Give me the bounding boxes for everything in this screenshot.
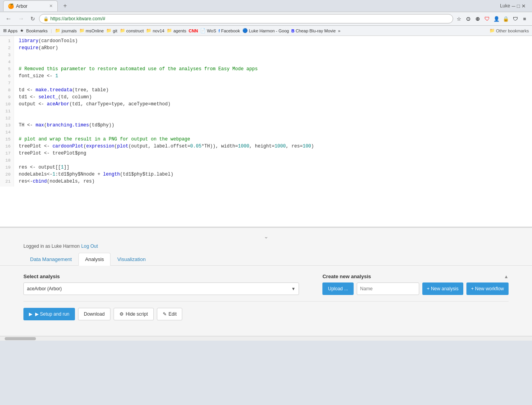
apps-label: Apps: [8, 28, 18, 33]
new-analysis-button[interactable]: + New analysis: [422, 282, 463, 295]
extension-icon-2[interactable]: ⊕: [473, 14, 482, 23]
extension-icon-6[interactable]: 🛡: [511, 14, 520, 23]
tab-data-management-label: Data Management: [30, 256, 72, 262]
code-line-17: treePlot <- treePlot$png: [19, 150, 527, 157]
logout-link[interactable]: Log Out: [81, 243, 98, 249]
select-analysis-label: Select analysis: [23, 274, 299, 279]
nov14-label: nov14: [153, 28, 164, 33]
name-input[interactable]: [357, 282, 419, 295]
setup-run-button[interactable]: ▶ ▶ Setup and run: [23, 308, 75, 320]
hide-script-button[interactable]: ⚙ Hide script: [114, 308, 154, 320]
upload-button[interactable]: Upload ...: [322, 282, 353, 295]
code-line-9: td1 <- select_(td, column): [19, 94, 527, 101]
tab-analysis-label: Analysis: [85, 256, 104, 262]
tab-favicon: 🍊: [8, 4, 14, 9]
star-icon[interactable]: ☆: [455, 14, 463, 23]
extension-icon-4[interactable]: 👤: [492, 14, 501, 23]
download-button[interactable]: Download: [78, 308, 110, 320]
bookmark-nov14[interactable]: 📁 nov14: [146, 28, 164, 33]
title-bar: 🍊 Arbor ✕ + Luke ─ □ ✕: [0, 0, 532, 12]
code-line-19: res <- output[[1]]: [19, 164, 527, 171]
back-button[interactable]: ←: [3, 14, 14, 23]
bookmark-facebook[interactable]: f Facebook: [219, 28, 240, 33]
setup-run-label: ▶ Setup and run: [35, 311, 69, 317]
create-row: Upload ... + New analysis + New workflow: [322, 282, 509, 295]
forward-button[interactable]: →: [16, 14, 27, 23]
code-line-16: treePlot <- cardoonPlot(expression(plot(…: [19, 143, 527, 150]
maximize-button[interactable]: □: [517, 3, 520, 9]
close-button[interactable]: ✕: [521, 3, 526, 9]
menu-button[interactable]: ≡: [520, 14, 529, 23]
bookmark-cnn[interactable]: CNN: [189, 28, 198, 33]
bookmark-wos[interactable]: 📄 WoS: [200, 28, 216, 33]
bluray-icon: B: [291, 28, 294, 33]
agents-icon: 📁: [167, 28, 172, 33]
code-line-7: [19, 80, 527, 87]
code-line-3: [19, 52, 527, 59]
bookmark-bluray[interactable]: B Cheap Blu-ray Movie: [291, 28, 336, 33]
code-line-8: td <- make.treedata(tree, table): [19, 87, 527, 94]
other-bookmarks[interactable]: 📁 Other bookmarks: [489, 28, 529, 33]
code-line-13: TH <- max(branching.times(td$phy)): [19, 122, 527, 129]
scrollbar-horizontal[interactable]: [0, 336, 532, 341]
bookmark-agents[interactable]: 📁 agents: [167, 28, 186, 33]
code-line-2: require(aRbor): [19, 44, 527, 52]
collapse-arrow[interactable]: ⌄: [0, 232, 532, 241]
tab-analysis[interactable]: Analysis: [78, 253, 110, 266]
close-tab-button[interactable]: ✕: [49, 4, 53, 9]
new-workflow-button[interactable]: + New workflow: [466, 282, 509, 295]
code-line-5: # Removed this parameter to restore auto…: [19, 66, 527, 73]
code-line-14: [19, 129, 527, 136]
msonline-label: msOnline: [86, 28, 104, 33]
bookmark-msonline[interactable]: 📁 msOnline: [79, 28, 104, 33]
tab-data-management[interactable]: Data Management: [23, 253, 78, 265]
toolbar-icons: ☆ ⊙ ⊕ 🛡 👤 🔒 🛡 ≡: [455, 14, 529, 23]
code-line-21: res<-cbind(nodeLabels, res): [19, 178, 527, 185]
bookmark-construct[interactable]: 📁 construct: [120, 28, 144, 33]
cnn-icon: CNN: [189, 28, 198, 33]
more-bookmarks-icon[interactable]: »: [338, 28, 340, 33]
journals-label: journals: [62, 28, 77, 33]
navigation-toolbar: ← → ↻ 🔒 https://arbor.kitware.com/# ☆ ⊙ …: [0, 12, 532, 26]
create-analysis-collapse-icon[interactable]: ▲: [504, 274, 509, 279]
logged-in-text: Logged in as Luke Harmon: [23, 243, 80, 249]
address-bar[interactable]: 🔒 https://arbor.kitware.com/#: [39, 14, 453, 23]
play-icon: ▶: [29, 311, 32, 317]
divider: [23, 301, 509, 302]
tab-title: Arbor: [16, 4, 27, 9]
hide-script-icon: ⚙: [119, 311, 124, 317]
extension-icon-5[interactable]: 🔒: [502, 14, 510, 23]
create-analysis-label: Create new analysis: [322, 274, 371, 279]
address-text: https://arbor.kitware.com/#: [50, 16, 105, 21]
code-line-15: # plot and wrap the result in a PNG for …: [19, 136, 527, 143]
bookmark-apps[interactable]: ⊞ Apps: [3, 28, 18, 33]
bottom-panel: ⌄ Logged in as Luke Harmon Log Out Data …: [0, 227, 532, 336]
bookmarks-bar: ⊞ Apps ★ Bookmarks | 📁 journals 📁 msOnli…: [0, 26, 532, 36]
construct-label: construct: [126, 28, 144, 33]
analysis-dropdown[interactable]: aceArbor (Arbor) ▼: [23, 282, 299, 295]
extension-icon-3[interactable]: 🛡: [483, 14, 491, 23]
browser-tab[interactable]: 🍊 Arbor ✕: [3, 0, 58, 11]
msonline-icon: 📁: [79, 28, 85, 33]
facebook-label: Facebook: [221, 28, 240, 33]
refresh-button[interactable]: ↻: [28, 15, 37, 23]
bookmark-git[interactable]: 📁 git: [106, 28, 117, 33]
analysis-dropdown-value: aceArbor (Arbor): [27, 286, 62, 291]
code-text-area[interactable]: library(cardoonTools) require(aRbor) # R…: [14, 36, 532, 187]
bluray-label: Cheap Blu-ray Movie: [295, 28, 336, 33]
bookmarks-label: Bookmarks: [26, 28, 48, 33]
journals-icon: 📁: [55, 28, 60, 33]
bookmark-journals[interactable]: 📁 journals: [55, 28, 77, 33]
analysis-row: Select analysis aceArbor (Arbor) ▼ Creat…: [23, 274, 509, 295]
scrollbar-thumb[interactable]: [5, 337, 36, 340]
edit-button[interactable]: ✎ Edit: [157, 308, 183, 320]
extension-icon-1[interactable]: ⊙: [464, 14, 473, 23]
new-tab-button[interactable]: +: [61, 2, 69, 9]
bookmark-luke-google[interactable]: 🔵 Luke Harmon - Goog: [242, 28, 289, 33]
tab-visualization[interactable]: Visualization: [110, 253, 152, 265]
minimize-button[interactable]: ─: [512, 3, 515, 9]
nov14-icon: 📁: [146, 28, 151, 33]
tab-visualization-label: Visualization: [117, 256, 146, 262]
other-bookmarks-label: Other bookmarks: [496, 28, 529, 33]
apps-icon: ⊞: [3, 28, 7, 33]
